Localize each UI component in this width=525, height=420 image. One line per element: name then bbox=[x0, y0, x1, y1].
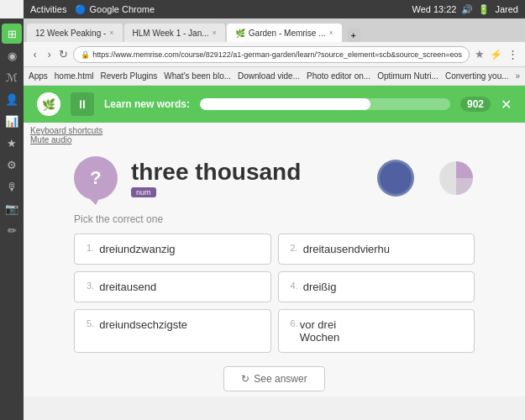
reload-button[interactable]: ↻ bbox=[59, 48, 68, 61]
answer-grid: 1. dreiundzwanzig 2. dreitausendvierhu 3… bbox=[74, 234, 475, 353]
question-bubble: ? bbox=[74, 156, 118, 200]
app-area: 🌿 ⏸ Learn new words: 902 ✕ Keyboard shor… bbox=[24, 86, 525, 396]
question-text-block: three thousand num bbox=[131, 159, 301, 197]
answer-number-2: 2. bbox=[291, 243, 298, 253]
bookmarks-more[interactable]: » bbox=[516, 71, 521, 81]
bookmark-star[interactable]: ★ bbox=[475, 48, 485, 60]
pick-label: Pick the correct one bbox=[74, 213, 475, 225]
battery-icon: 🔋 bbox=[478, 4, 490, 15]
question-word: three thousand bbox=[131, 159, 301, 186]
tab-1[interactable]: 12 Week Peaking - × bbox=[27, 24, 123, 42]
sidebar-icon-m[interactable]: ℳ bbox=[2, 67, 22, 87]
refresh-icon: ↻ bbox=[241, 373, 249, 385]
pie-chart bbox=[438, 160, 475, 197]
bookmark-converting[interactable]: Converting you... bbox=[445, 71, 509, 81]
answer-text-3: dreitausend bbox=[99, 281, 156, 293]
back-button[interactable]: ‹ bbox=[30, 48, 39, 61]
progress-bar bbox=[200, 98, 450, 110]
activities-label[interactable]: Activities bbox=[30, 4, 66, 14]
forward-button[interactable]: › bbox=[45, 48, 54, 61]
tab-2-close[interactable]: × bbox=[213, 29, 217, 37]
pause-button[interactable]: ⏸ bbox=[71, 92, 94, 116]
address-bar: ‹ › ↻ 🔒 https://www.memrise.com/course/8… bbox=[24, 42, 525, 67]
sidebar-icon-circle[interactable]: ◉ bbox=[2, 45, 22, 66]
memrise-header: 🌿 ⏸ Learn new words: 902 ✕ bbox=[24, 86, 525, 123]
profile-name[interactable]: Jared bbox=[495, 4, 518, 14]
shortcuts-bar: Keyboard shortcuts Mute audio bbox=[24, 123, 525, 148]
tab-3-close[interactable]: × bbox=[329, 29, 333, 37]
sidebar-icon-mic[interactable]: 🎙 bbox=[2, 176, 22, 197]
os-bar-left: Activities 🔵 Google Chrome bbox=[30, 4, 155, 15]
bookmark-optimum[interactable]: Optimum Nutri... bbox=[377, 71, 438, 81]
bookmarks-bar: Apps home.html Reverb Plugins What's bee… bbox=[24, 67, 525, 86]
extensions-icon[interactable]: ⚡ bbox=[490, 49, 502, 60]
tab-1-close[interactable]: × bbox=[109, 29, 113, 37]
bookmark-blog[interactable]: What's been blo... bbox=[164, 71, 231, 81]
memrise-logo[interactable]: 🌿 bbox=[37, 92, 60, 116]
see-answer-button[interactable]: ↻ See answer bbox=[223, 366, 324, 391]
keyboard-shortcuts-link[interactable]: Keyboard shortcuts bbox=[30, 126, 102, 135]
mute-audio-link[interactable]: Mute audio bbox=[30, 135, 71, 144]
quiz-area: ? three thousand num bbox=[24, 148, 525, 396]
tab-3[interactable]: 🌿 Garden - Memrise ... × bbox=[227, 24, 342, 42]
memrise-favicon: 🌿 bbox=[235, 29, 245, 38]
question-mark-icon: ? bbox=[90, 167, 101, 189]
sidebar-icon-settings[interactable]: ⚙ bbox=[2, 155, 22, 175]
tab-bar: 12 Week Peaking - × HLM Week 1 - Jan... … bbox=[24, 18, 525, 42]
secure-icon: 🔒 bbox=[81, 50, 90, 59]
answer-option-5[interactable]: 5. dreiundsechzigste bbox=[74, 309, 271, 353]
os-bar-right: Wed 13:22 🔊 🔋 Jared bbox=[412, 4, 518, 15]
answer-text-5: dreiundsechzigste bbox=[99, 318, 187, 331]
progress-bar-fill bbox=[200, 98, 370, 110]
answer-option-2[interactable]: 2. dreitausendvierhu bbox=[278, 234, 475, 265]
bookmark-home[interactable]: home.html bbox=[55, 71, 94, 81]
answer-option-3[interactable]: 3. dreitausend bbox=[74, 271, 271, 302]
datetime: Wed 13:22 bbox=[412, 4, 456, 14]
sidebar-icon-camera[interactable]: 📷 bbox=[2, 198, 22, 218]
user-avatar bbox=[377, 160, 414, 197]
browser-chrome: 12 Week Peaking - × HLM Week 1 - Jan... … bbox=[24, 18, 525, 86]
question-badge: num bbox=[131, 187, 156, 197]
answer-number-5: 5. bbox=[87, 318, 94, 328]
bookmark-reverb[interactable]: Reverb Plugins bbox=[100, 71, 157, 81]
answer-text-1: dreiundzwanzig bbox=[99, 243, 175, 255]
answer-option-1[interactable]: 1. dreiundzwanzig bbox=[74, 234, 271, 265]
avatar-inner bbox=[380, 162, 412, 194]
answer-option-6[interactable]: 6. vor dreiWochen bbox=[278, 309, 475, 353]
answer-number-6: 6. bbox=[291, 318, 298, 344]
sidebar-icon-pen[interactable]: ✏ bbox=[2, 220, 22, 240]
answer-number-4: 4. bbox=[291, 281, 298, 291]
sidebar: ⊞ ◉ ℳ 👤 📊 ★ ⚙ 🎙 📷 ✏ bbox=[0, 18, 24, 420]
url-field[interactable]: 🔒 https://www.memrise.com/course/829122/… bbox=[73, 46, 470, 63]
menu-icon[interactable]: ⋮ bbox=[507, 48, 518, 60]
answer-number-3: 3. bbox=[87, 281, 94, 291]
bookmark-download[interactable]: Download vide... bbox=[238, 71, 300, 81]
close-button[interactable]: ✕ bbox=[501, 97, 512, 113]
sidebar-icon-chart[interactable]: 📊 bbox=[2, 111, 22, 131]
sidebar-icon-star[interactable]: ★ bbox=[2, 133, 22, 153]
answer-number-1: 1. bbox=[87, 243, 94, 253]
browser-label: 🔵 Google Chrome bbox=[75, 4, 155, 15]
answer-text-6: vor dreiWochen bbox=[300, 318, 339, 344]
answer-text-4: dreißig bbox=[303, 281, 337, 293]
sidebar-icon-grid[interactable]: ⊞ bbox=[2, 24, 22, 44]
os-bar: Activities 🔵 Google Chrome Wed 13:22 🔊 🔋… bbox=[24, 0, 525, 18]
tab-2[interactable]: HLM Week 1 - Jan... × bbox=[124, 24, 225, 42]
bookmark-apps[interactable]: Apps bbox=[29, 71, 48, 81]
question-row: ? three thousand num bbox=[74, 156, 475, 200]
bookmark-photo[interactable]: Photo editor on... bbox=[307, 71, 370, 81]
score-badge: 902 bbox=[460, 97, 491, 112]
new-tab-button[interactable]: + bbox=[347, 29, 360, 42]
chrome-icon: 🔵 bbox=[75, 4, 87, 14]
answer-option-4[interactable]: 4. dreißig bbox=[278, 271, 475, 302]
learn-label: Learn new words: bbox=[104, 98, 190, 110]
answer-text-2: dreitausendvierhu bbox=[303, 243, 390, 255]
url-text: https://www.memrise.com/course/829122/a1… bbox=[92, 50, 462, 59]
volume-icon: 🔊 bbox=[461, 4, 473, 15]
see-answer-label: See answer bbox=[254, 373, 307, 385]
sidebar-icon-person[interactable]: 👤 bbox=[2, 89, 22, 109]
